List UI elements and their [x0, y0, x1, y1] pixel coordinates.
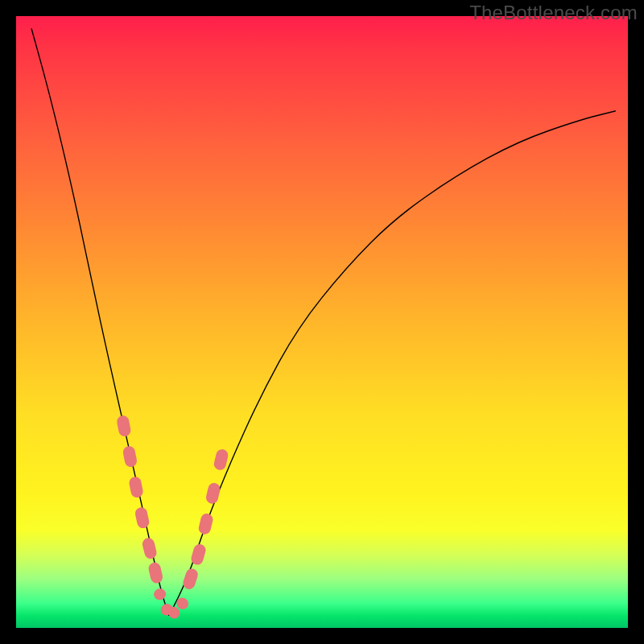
- curve-left-branch: [31, 28, 169, 616]
- marker-pill: [204, 481, 221, 505]
- marker-pill: [141, 537, 158, 560]
- marker-pill: [197, 512, 214, 535]
- marker-pill: [147, 561, 163, 584]
- marker-pill: [213, 448, 229, 472]
- watermark-text: TheBottleneck.com: [469, 2, 638, 24]
- marker-group: [116, 415, 229, 621]
- chart-frame: [16, 16, 628, 628]
- marker-pill: [122, 445, 138, 468]
- marker-pill: [152, 587, 167, 601]
- marker-pill: [116, 415, 132, 437]
- curve-right-branch: [169, 111, 616, 616]
- marker-pill: [128, 476, 144, 498]
- marker-pill: [134, 506, 150, 530]
- marker-pill: [181, 568, 199, 591]
- bottleneck-curve-svg: [16, 16, 628, 628]
